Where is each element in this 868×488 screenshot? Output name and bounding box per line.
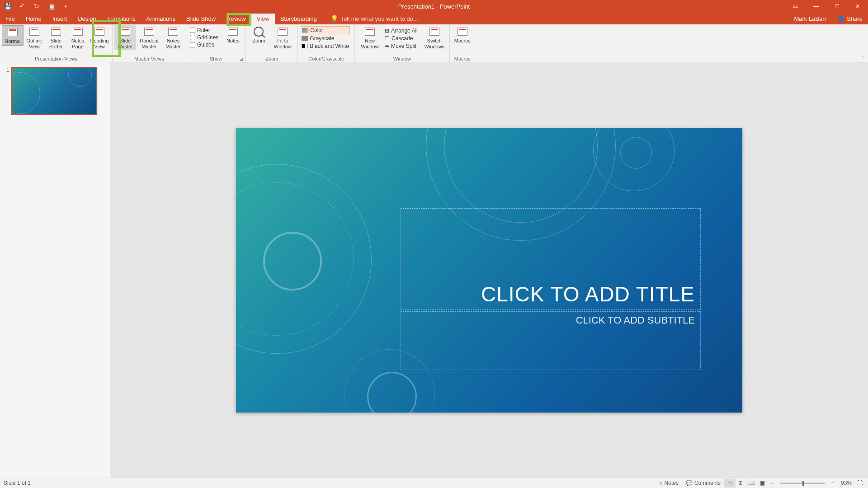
reading-view-button[interactable]: Reading View bbox=[89, 25, 110, 50]
customize-qat-icon[interactable]: ▾ bbox=[61, 2, 70, 10]
zoom-level[interactable]: 93% bbox=[837, 480, 855, 486]
zoom-out-button[interactable]: − bbox=[768, 480, 776, 486]
zoom-button[interactable]: Zoom bbox=[248, 25, 269, 45]
thumbnail-number: 1 bbox=[6, 67, 9, 73]
group-master-views: Slide Master Handout Master Notes Master… bbox=[113, 24, 186, 62]
start-from-beginning-icon[interactable]: ▣ bbox=[47, 2, 55, 10]
slide-master-button[interactable]: Slide Master bbox=[114, 25, 136, 50]
slide-thumbnails-pane: 1 bbox=[0, 62, 110, 478]
tab-review[interactable]: Review bbox=[221, 14, 251, 24]
tell-me-placeholder: Tell me what you want to do... bbox=[341, 15, 418, 22]
group-macros: Macros Macros bbox=[450, 24, 475, 62]
tab-storyboarding[interactable]: Storyboarding bbox=[275, 14, 322, 24]
macros-label: Macros bbox=[454, 38, 471, 44]
zoom-slider[interactable] bbox=[780, 483, 825, 484]
ribbon-tabs: File Home Insert Design Transitions Anim… bbox=[0, 13, 868, 24]
color-grayscale-group-label: Color/Grayscale bbox=[300, 56, 353, 62]
window-controls: ▭ — ☐ ✕ bbox=[785, 0, 868, 13]
show-dialog-launcher-icon[interactable]: ◢ bbox=[240, 57, 243, 61]
close-button[interactable]: ✕ bbox=[847, 0, 868, 13]
color-swatch-icon bbox=[302, 28, 308, 33]
undo-icon[interactable]: ↶ bbox=[18, 2, 26, 10]
ruler-checkbox[interactable]: Ruler bbox=[190, 27, 218, 33]
normal-label: Normal bbox=[5, 38, 20, 44]
master-views-group-label: Master Views bbox=[114, 56, 184, 62]
arrange-all-label: Arrange All bbox=[391, 28, 418, 34]
outline-view-button[interactable]: Outline View bbox=[24, 25, 45, 50]
switch-windows-button[interactable]: Switch Windows bbox=[421, 25, 448, 50]
tab-transitions[interactable]: Transitions bbox=[102, 14, 141, 24]
title-bar: 💾 ↶ ↻ ▣ ▾ Presentation1 - PowerPoint ▭ —… bbox=[0, 0, 868, 13]
tell-me-search[interactable]: 💡 Tell me what you want to do... bbox=[330, 15, 418, 24]
cascade-button[interactable]: ❐Cascade bbox=[384, 35, 419, 42]
comments-status-label: Comments bbox=[694, 480, 721, 486]
move-split-button[interactable]: ⬌Move Split bbox=[384, 42, 419, 50]
notes-button[interactable]: Notes bbox=[222, 25, 244, 45]
tab-home[interactable]: Home bbox=[20, 14, 47, 24]
redo-icon[interactable]: ↻ bbox=[33, 2, 41, 10]
view-shortcut-buttons: ▭ ⊞ 📖 ▣ bbox=[724, 479, 768, 488]
slide-counter[interactable]: Slide 1 of 1 bbox=[4, 480, 31, 486]
tab-file[interactable]: File bbox=[0, 14, 20, 24]
tab-design[interactable]: Design bbox=[72, 14, 101, 24]
black-white-mode-button[interactable]: Black and White bbox=[301, 42, 350, 50]
slide-1-thumbnail[interactable] bbox=[11, 67, 97, 115]
grayscale-swatch-icon bbox=[302, 36, 308, 41]
arrange-all-button[interactable]: ⊞Arrange All bbox=[384, 27, 419, 34]
ribbon-display-options-icon[interactable]: ▭ bbox=[785, 0, 806, 13]
save-icon[interactable]: 💾 bbox=[4, 2, 12, 10]
move-split-label: Move Split bbox=[391, 43, 416, 49]
collapse-ribbon-icon[interactable]: ˆ bbox=[863, 55, 864, 61]
slide-sorter-button[interactable]: Slide Sorter bbox=[45, 25, 67, 50]
handout-master-label: Handout Master bbox=[137, 38, 162, 49]
notes-toggle[interactable]: ≡Notes bbox=[656, 480, 682, 486]
gridlines-checkbox[interactable]: Gridlines bbox=[190, 34, 218, 41]
fit-to-window-label: Fit to Window bbox=[270, 38, 295, 49]
comments-toggle[interactable]: 💬Comments bbox=[682, 480, 724, 486]
fit-to-window-button[interactable]: Fit to Window bbox=[269, 25, 296, 50]
subtitle-placeholder-text: CLICK TO ADD SUBTITLE bbox=[576, 314, 695, 326]
slide-sorter-label: Slide Sorter bbox=[46, 38, 66, 49]
reading-view-shortcut[interactable]: 📖 bbox=[746, 479, 757, 488]
grayscale-mode-button[interactable]: Grayscale bbox=[301, 35, 350, 42]
minimize-button[interactable]: — bbox=[806, 0, 826, 13]
subtitle-placeholder[interactable]: CLICK TO ADD SUBTITLE bbox=[401, 311, 701, 370]
outline-view-label: Outline View bbox=[24, 38, 45, 49]
zoom-in-button[interactable]: + bbox=[829, 480, 837, 486]
show-group-label: Show◢ bbox=[188, 56, 244, 62]
normal-view-shortcut[interactable]: ▭ bbox=[724, 479, 735, 488]
guides-checkbox[interactable]: Guides bbox=[190, 42, 218, 48]
share-button[interactable]: 👤 Share bbox=[837, 15, 863, 24]
slide-canvas[interactable]: CLICK TO ADD TITLE CLICK TO ADD SUBTITLE bbox=[236, 128, 742, 413]
comments-icon: 💬 bbox=[686, 480, 693, 486]
slideshow-shortcut[interactable]: ▣ bbox=[757, 479, 768, 488]
new-window-button[interactable]: New Window bbox=[357, 25, 383, 50]
notes-page-label: Notes Page bbox=[67, 38, 88, 49]
notes-page-button[interactable]: Notes Page bbox=[67, 25, 89, 50]
title-placeholder[interactable]: CLICK TO ADD TITLE bbox=[401, 208, 701, 310]
workspace: 1 CLICK TO ADD TITLE CLICK TO ADD SUBTIT… bbox=[0, 62, 868, 478]
guides-label: Guides bbox=[197, 42, 214, 48]
notes-icon: ≡ bbox=[660, 480, 663, 486]
zoom-group-label: Zoom bbox=[248, 56, 296, 62]
tab-view[interactable]: View bbox=[251, 14, 275, 24]
fit-to-window-shortcut[interactable]: ⛶ bbox=[855, 480, 864, 486]
handout-master-button[interactable]: Handout Master bbox=[136, 25, 162, 50]
window-group-label: Window bbox=[357, 56, 448, 62]
status-bar: Slide 1 of 1 ≡Notes 💬Comments ▭ ⊞ 📖 ▣ − … bbox=[0, 478, 868, 488]
tab-insert[interactable]: Insert bbox=[47, 14, 73, 24]
maximize-button[interactable]: ☐ bbox=[826, 0, 847, 13]
window-title: Presentation1 - PowerPoint bbox=[398, 3, 470, 10]
lightbulb-icon: 💡 bbox=[330, 15, 338, 22]
normal-view-button[interactable]: Normal bbox=[2, 25, 24, 46]
grayscale-label: Grayscale bbox=[310, 35, 334, 42]
tab-slide-show[interactable]: Slide Show bbox=[181, 14, 221, 24]
color-mode-button[interactable]: Color bbox=[301, 26, 350, 34]
slide-sorter-shortcut[interactable]: ⊞ bbox=[735, 479, 746, 488]
bw-label: Black and White bbox=[310, 43, 349, 49]
account-name[interactable]: Mark LaBarr bbox=[794, 15, 826, 24]
new-window-label: New Window bbox=[357, 38, 382, 49]
macros-button[interactable]: Macros bbox=[452, 25, 473, 45]
notes-master-button[interactable]: Notes Master bbox=[162, 25, 184, 50]
tab-animations[interactable]: Animations bbox=[141, 14, 181, 24]
